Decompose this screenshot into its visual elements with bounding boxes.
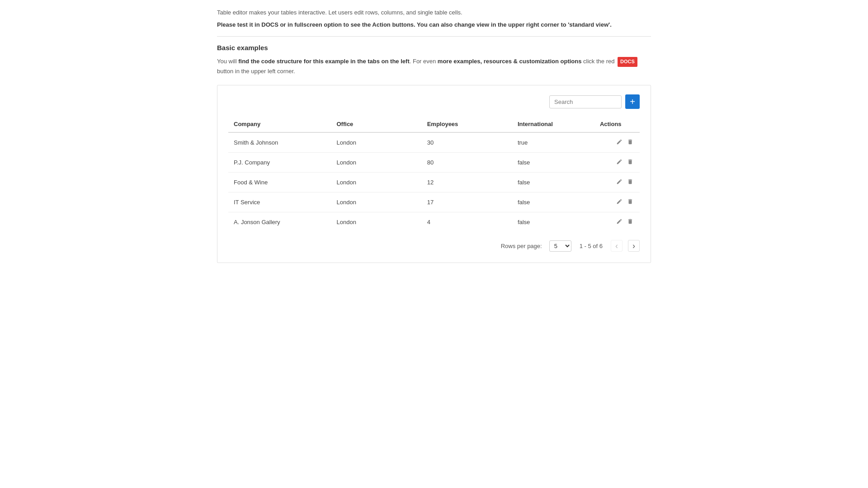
- rows-per-page-select[interactable]: 5101520: [549, 240, 571, 252]
- cell-company: IT Service: [228, 192, 331, 212]
- delete-button[interactable]: [626, 178, 634, 187]
- cell-company: Food & Wine: [228, 173, 331, 192]
- cell-company: A. Jonson Gallery: [228, 212, 331, 232]
- cell-international: true: [512, 132, 594, 153]
- table-row: A. Jonson GalleryLondon4false: [228, 212, 640, 232]
- delete-icon: [627, 159, 633, 166]
- delete-button[interactable]: [626, 197, 634, 207]
- col-header-office: Office: [331, 116, 422, 132]
- table-row: Food & WineLondon12false: [228, 173, 640, 192]
- cell-actions: [594, 153, 640, 173]
- header-row: Company Office Employees International A…: [228, 116, 640, 132]
- edit-icon: [616, 178, 623, 186]
- description-text: You will find the code structure for thi…: [217, 57, 651, 76]
- action-icons: [600, 158, 634, 167]
- cell-actions: [594, 212, 640, 232]
- table-row: P.J. CompanyLondon80false: [228, 153, 640, 173]
- table-body: Smith & JohnsonLondon30trueP.J. CompanyL…: [228, 132, 640, 232]
- col-header-international: International: [512, 116, 594, 132]
- delete-icon: [627, 218, 633, 226]
- delete-button[interactable]: [626, 158, 634, 167]
- edit-icon: [616, 159, 623, 166]
- edit-button[interactable]: [615, 217, 623, 227]
- delete-button[interactable]: [626, 138, 634, 147]
- cell-international: false: [512, 192, 594, 212]
- edit-icon: [616, 139, 623, 146]
- edit-icon: [616, 198, 623, 206]
- table-toolbar: +: [228, 94, 640, 109]
- edit-button[interactable]: [615, 138, 623, 147]
- chevron-right-icon: [632, 242, 635, 250]
- cell-actions: [594, 132, 640, 153]
- section-title: Basic examples: [217, 44, 651, 52]
- cell-employees: 80: [422, 153, 512, 173]
- cell-office: London: [331, 212, 422, 232]
- col-header-company: Company: [228, 116, 331, 132]
- table-footer: Rows per page: 5101520 1 - 5 of 6: [228, 240, 640, 252]
- action-icons: [600, 197, 634, 207]
- docs-badge: DOCS: [618, 57, 637, 67]
- table-row: IT ServiceLondon17false: [228, 192, 640, 212]
- action-icons: [600, 178, 634, 187]
- cell-office: London: [331, 132, 422, 153]
- table-row: Smith & JohnsonLondon30true: [228, 132, 640, 153]
- notice-text: Please test it in DOCS or in fullscreen …: [217, 21, 651, 28]
- table-header: Company Office Employees International A…: [228, 116, 640, 132]
- delete-icon: [627, 139, 633, 146]
- rows-per-page-label: Rows per page:: [501, 243, 542, 249]
- edit-button[interactable]: [615, 158, 623, 167]
- chevron-left-icon: [615, 242, 618, 250]
- delete-icon: [627, 178, 633, 186]
- cell-employees: 12: [422, 173, 512, 192]
- cell-actions: [594, 192, 640, 212]
- cell-office: London: [331, 173, 422, 192]
- add-row-button[interactable]: +: [625, 94, 640, 109]
- edit-button[interactable]: [615, 197, 623, 207]
- table-container: + Company Office Employees International…: [217, 85, 651, 263]
- cell-employees: 30: [422, 132, 512, 153]
- cell-actions: [594, 173, 640, 192]
- delete-button[interactable]: [626, 217, 634, 227]
- section-divider: [217, 36, 651, 37]
- search-input[interactable]: [549, 95, 622, 108]
- cell-international: false: [512, 173, 594, 192]
- cell-international: false: [512, 212, 594, 232]
- data-table: Company Office Employees International A…: [228, 116, 640, 232]
- cell-employees: 17: [422, 192, 512, 212]
- cell-office: London: [331, 192, 422, 212]
- cell-employees: 4: [422, 212, 512, 232]
- action-icons: [600, 138, 634, 147]
- cell-company: Smith & Johnson: [228, 132, 331, 153]
- edit-button[interactable]: [615, 178, 623, 187]
- action-icons: [600, 217, 634, 227]
- pagination-info: 1 - 5 of 6: [580, 243, 603, 249]
- pagination-prev-button[interactable]: [611, 240, 623, 252]
- edit-icon: [616, 218, 623, 226]
- cell-company: P.J. Company: [228, 153, 331, 173]
- intro-text: Table editor makes your tables interacti…: [217, 9, 651, 16]
- delete-icon: [627, 198, 633, 206]
- cell-international: false: [512, 153, 594, 173]
- pagination-next-button[interactable]: [628, 240, 640, 252]
- col-header-employees: Employees: [422, 116, 512, 132]
- cell-office: London: [331, 153, 422, 173]
- col-header-actions: Actions: [594, 116, 640, 132]
